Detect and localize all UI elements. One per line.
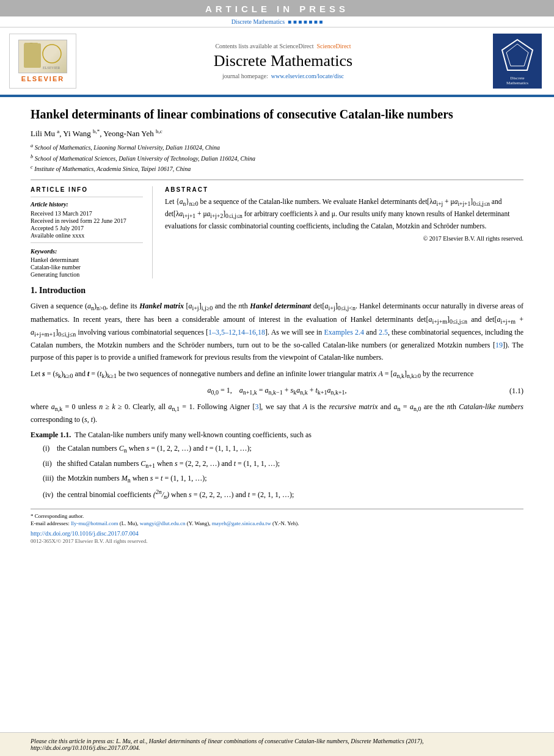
sciencedirect-anchor[interactable]: ScienceDirect <box>316 43 351 49</box>
eq-number-1-1: (1.1) <box>509 387 523 396</box>
keywords-label: Keywords: <box>31 248 143 255</box>
example-item-i: (i) the Catalan numbers Cn when s = (1, … <box>43 442 523 456</box>
journal-logo-right: DiscreteMathematics <box>490 34 545 89</box>
svg-point-6 <box>43 45 61 63</box>
journal-bar-text: Discrete Mathematics <box>231 18 285 25</box>
example-item-iii: (iii) the Motzkin numbers Mn when s = t … <box>43 472 523 485</box>
svg-marker-9 <box>506 44 528 66</box>
abstract-col: ABSTRACT Let {an}n≥0 be a sequence of th… <box>165 186 523 278</box>
emails-label: E-mail addresses: <box>31 520 70 526</box>
revised-date: Received in revised form 22 June 2017 <box>31 217 143 224</box>
example-item-ii: (ii) the shifted Catalan numbers Cn+1 wh… <box>43 457 523 471</box>
article-info-header: ARTICLE INFO <box>31 186 143 193</box>
authors: Lili Mu a, Yi Wang b,*, Yeong-Nan Yeh b,… <box>31 128 523 139</box>
aip-banner: ARTICLE IN PRESS <box>0 0 554 16</box>
issn-line: 0012-365X/© 2017 Elsevier B.V. All right… <box>31 538 523 544</box>
article-info-col: ARTICLE INFO Article history: Received 1… <box>31 186 153 278</box>
affil-b: School of Mathematical Sciences, Dalian … <box>35 155 255 162</box>
journal-homepage-label: journal homepage: <box>222 73 268 79</box>
intro-para-2: Let s = (sk)k≥0 and t = (tk)k≥1 be two s… <box>31 368 523 381</box>
elsevier-text: ELSEVIER <box>21 75 64 82</box>
footnote-area: * Corresponding author. E-mail addresses… <box>31 509 523 526</box>
accepted-date: Accepted 5 July 2017 <box>31 225 143 231</box>
email-line: E-mail addresses: lly-mu@hotmail.com (L.… <box>31 520 523 526</box>
available-online: Available online xxxx <box>31 232 143 239</box>
affil-c: Institute of Mathematics, Academia Sinic… <box>34 165 191 172</box>
email-yeh[interactable]: mayeh@gate.sinica.edu.tw <box>212 520 271 526</box>
keyword-1: Hankel determinant <box>31 256 143 263</box>
article-title: Hankel determinants of linear combinatio… <box>31 106 523 122</box>
keywords-divider <box>31 242 143 243</box>
two-col-section: ARTICLE INFO Article history: Received 1… <box>31 180 523 278</box>
example-1-1-title: Example 1.1. The Catalan-like numbers un… <box>31 431 523 440</box>
header-section: ELSEVIER ELSEVIER Contents lists availab… <box>0 27 554 96</box>
journal-homepage: journal homepage: www.elsevier.com/locat… <box>222 73 344 79</box>
abstract-text: Let {an}n≥0 be a sequence of the Catalan… <box>165 197 523 243</box>
elsevier-logo-image: ELSEVIER <box>18 40 67 73</box>
header-center: Contents lists available at ScienceDirec… <box>82 34 484 89</box>
journal-logo-box: DiscreteMathematics <box>493 34 542 89</box>
svg-point-1 <box>27 43 35 53</box>
email-mu[interactable]: lly-mu@hotmail.com <box>71 520 118 526</box>
citation-bar: Please cite this article in press as: L.… <box>0 732 554 756</box>
citation-text: Please cite this article in press as: L.… <box>31 738 424 751</box>
section-1-title: 1. Introduction <box>31 286 523 296</box>
corresponding-note: * Corresponding author. <box>31 513 523 519</box>
journal-name: Discrete Mathematics <box>214 52 352 70</box>
keyword-2: Catalan-like number <box>31 264 143 271</box>
svg-rect-0 <box>24 43 38 66</box>
doi-link[interactable]: http://dx.doi.org/10.1016/j.disc.2017.07… <box>31 530 139 537</box>
history-label: Article history: <box>31 201 143 208</box>
sciencedirect-link: Contents lists available at ScienceDirec… <box>215 43 351 49</box>
journal-url[interactable]: www.elsevier.com/locate/disc <box>271 73 344 79</box>
abstract-header: ABSTRACT <box>165 186 523 193</box>
copyright-text: © 2017 Elsevier B.V. All rights reserved… <box>165 234 523 243</box>
email-wang[interactable]: wangyi@dlut.edu.cn <box>140 520 186 526</box>
journal-bar: Discrete Mathematics ■ ■ ■ ■ ■ ■ ■ <box>0 16 554 27</box>
equation-1-1: a0,0 = 1, an+1,k = an,k−1 + skan,k + tk+… <box>31 386 523 396</box>
article-info-divider <box>31 197 143 197</box>
section-1-number: 1. <box>31 286 37 295</box>
page-wrapper: ARTICLE IN PRESS Discrete Mathematics ■ … <box>0 0 554 756</box>
example-list: (i) the Catalan numbers Cn when s = (1, … <box>31 442 523 503</box>
after-equation-text: where an,k = 0 unless n ≥ k ≥ 0. Clearly… <box>31 401 523 426</box>
affil-a: School of Mathematics, Liaoning Normal U… <box>35 145 220 151</box>
affiliations: a School of Mathematics, Liaoning Normal… <box>31 142 523 173</box>
received-date: Received 13 March 2017 <box>31 210 143 217</box>
section-1-label: Introduction <box>39 286 86 295</box>
keyword-3: Generating function <box>31 271 143 278</box>
doi-bar: http://dx.doi.org/10.1016/j.disc.2017.07… <box>31 530 523 537</box>
example-item-iv: (iv) the central binomial coefficients (… <box>43 487 523 502</box>
svg-text:ELSEVIER: ELSEVIER <box>43 66 60 70</box>
intro-para-1: Given a sequence (an)n>0, define its Han… <box>31 300 523 363</box>
article-content: Hankel determinants of linear combinatio… <box>0 97 554 726</box>
elsevier-logo: ELSEVIER ELSEVIER <box>9 34 76 89</box>
dm-text: DiscreteMathematics <box>506 76 528 85</box>
aip-banner-text: ARTICLE IN PRESS <box>205 4 349 14</box>
equation-content: a0,0 = 1, an+1,k = an,k−1 + skan,k + tk+… <box>207 386 346 396</box>
sciencedirect-label: Contents lists available at ScienceDirec… <box>215 43 313 49</box>
